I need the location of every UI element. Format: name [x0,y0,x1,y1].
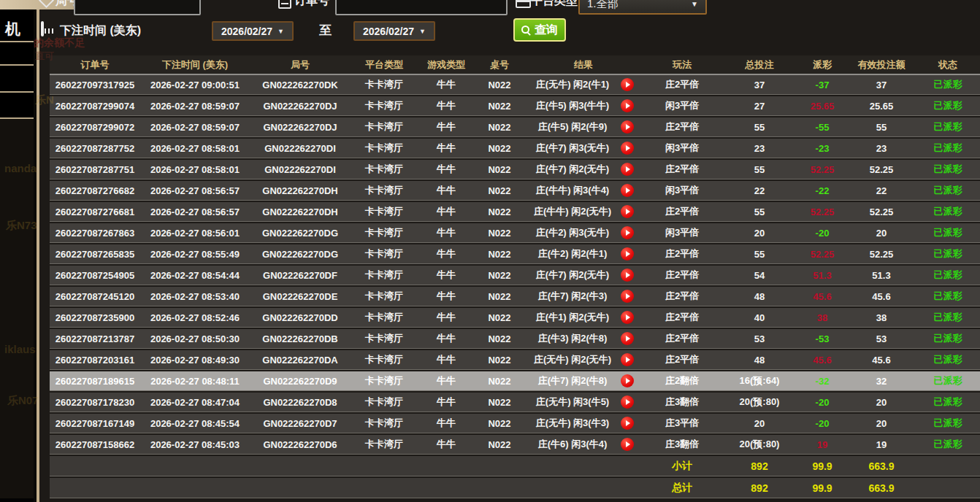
cell-status: 已派彩 [916,163,980,176]
cell-table-no: N022 [475,439,524,450]
play-replay-button[interactable] [621,226,634,239]
platform-type-select[interactable]: 1.全部 ▼ [578,0,707,15]
cell-total-bet: 55 [721,206,797,217]
table-row[interactable]: 2602270872137872026-02-27 08:50:30GN0222… [50,329,980,349]
cell-platform: 卡卡湾厅 [351,269,418,282]
table-row[interactable]: 2602270872031612026-02-27 08:49:30GN0222… [50,350,980,370]
date-from-picker[interactable]: 2026/02/27 ▼ [212,21,294,41]
cell-payout: -20 [797,418,847,429]
cell-game-type: 牛牛 [418,184,475,197]
cell-play-type: 庄2平倍 [643,78,721,91]
table-row[interactable]: 2602270872877522026-02-27 08:58:01GN0222… [50,139,980,158]
cell-result: 庄(牛1) 闲2(无牛) [524,308,643,327]
cell-game-type: 牛牛 [418,78,475,91]
play-replay-button[interactable] [621,120,634,134]
cell-result: 庄(牛7) 闲2(牛8) [524,371,643,390]
table-row[interactable]: 2602270871671492026-02-27 08:45:54GN0222… [50,414,980,433]
cell-status: 已派彩 [916,332,980,345]
cell-valid-bet: 52.25 [847,249,916,260]
date-to-picker[interactable]: 2026/02/27 ▼ [353,21,435,41]
table-row[interactable]: 2602270872990722026-02-27 08:59:07GN0222… [50,117,980,137]
table-row[interactable]: 2602270872451202026-02-27 08:53:40GN0222… [50,287,980,306]
cell-platform: 卡卡湾厅 [351,99,418,112]
cell-round-id: GN022262270DJ [250,122,351,133]
table-row[interactable]: 2602270871896152026-02-27 08:48:11GN0222… [50,371,980,391]
result-text: 庄(牛7) 闲2(牛3) [524,290,621,303]
order-id-input[interactable] [335,0,508,15]
cell-platform: 卡卡湾厅 [351,438,418,451]
cell-game-type: 牛牛 [418,142,475,155]
date-range-separator: 至 [319,22,332,39]
query-button[interactable]: 查询 [513,18,566,42]
play-replay-button[interactable] [621,374,634,387]
cell-order-id: 260227087267863 [50,228,140,239]
platform-type-label: 平台类型 [531,0,578,9]
play-replay-button[interactable] [621,353,634,366]
play-replay-button[interactable] [621,163,634,176]
cell-bet-time: 2026-02-27 08:52:46 [140,312,250,323]
play-replay-button[interactable] [621,438,634,451]
cell-platform: 卡卡湾厅 [351,184,418,197]
table-row[interactable]: 2602270871586622026-02-27 08:45:03GN0222… [50,435,980,455]
table-row[interactable]: 2602270872359002026-02-27 08:52:46GN0222… [50,308,980,328]
cell-valid-bet: 53 [847,333,916,344]
cell-valid-bet: 52.25 [847,206,916,217]
grand-total-row-valid-bet: 663.9 [847,482,916,494]
play-replay-button[interactable] [621,395,634,409]
play-replay-button[interactable] [621,142,634,155]
cell-order-id: 260227087287752 [50,143,140,154]
table-row[interactable]: 2602270872549052026-02-27 08:54:44GN0222… [50,266,980,285]
play-replay-button[interactable] [621,332,634,345]
cell-game-type: 牛牛 [418,99,475,112]
table-row[interactable]: 2602270872766822026-02-27 08:56:57GN0222… [50,181,980,201]
play-replay-button[interactable] [621,290,634,303]
table-row[interactable]: 2602270973179252026-02-27 09:00:51GN0222… [50,75,980,95]
play-replay-button[interactable] [621,417,634,430]
cell-play-type: 庄2平倍 [643,353,721,366]
play-replay-button[interactable] [621,311,634,324]
table-row[interactable]: 2602270872990742026-02-27 08:59:07GN0222… [50,96,980,116]
cell-order-id: 260227087265835 [50,249,140,260]
table-row[interactable]: 2602270871782302026-02-27 08:47:04GN0222… [50,393,980,412]
cell-platform: 卡卡湾厅 [351,417,418,430]
cell-result: 庄(无牛) 闲3(牛3) [524,414,643,433]
play-replay-button[interactable] [621,184,634,197]
table-row[interactable]: 2602270872678632026-02-27 08:56:01GN0222… [50,223,980,243]
play-replay-button[interactable] [621,269,634,282]
order-id-label: 订单号 [294,0,329,9]
play-replay-button[interactable] [621,78,634,91]
play-replay-button[interactable] [621,247,634,260]
result-text: 庄(牛7) 闲2(无牛) [524,269,621,282]
cell-total-bet: 40 [721,312,797,323]
column-header-valid-bet: 有效投注额 [847,58,916,72]
cell-platform: 卡卡湾厅 [351,247,418,260]
cell-play-type: 庄2平倍 [643,163,721,176]
cell-valid-bet: 37 [847,80,916,90]
table-row[interactable]: 2602270872766812026-02-27 08:56:57GN0222… [50,202,980,222]
result-text: 庄(牛6) 闲3(牛4) [524,438,621,451]
chevron-down-icon: ▼ [419,28,426,35]
column-header-payout: 派彩 [797,58,847,72]
cell-platform: 卡卡湾厅 [351,290,418,303]
cell-order-id: 260227087287751 [50,164,140,175]
cell-order-id: 260227087178230 [50,397,140,408]
cell-round-id: GN022262270D8 [250,397,351,408]
cell-result: 庄(牛2) 闲3(无牛) [524,223,643,242]
table-row[interactable]: 2602270872877512026-02-27 08:58:01GN0222… [50,160,980,179]
cell-game-type: 牛牛 [418,374,475,387]
cell-valid-bet: 20 [847,397,916,408]
grand-total-row: 总计89299.9663.9 [50,478,980,498]
play-replay-button[interactable] [621,205,634,218]
cell-payout: -53 [797,333,847,344]
chevron-down-icon: ▼ [277,28,284,35]
cell-platform: 卡卡湾厅 [351,78,418,91]
cell-table-no: N022 [475,164,524,175]
round-id-input[interactable] [74,0,201,15]
play-replay-button[interactable] [621,99,634,112]
cell-round-id: GN022262270DG [250,228,351,239]
cell-status: 已派彩 [916,374,980,387]
cell-platform: 卡卡湾厅 [351,205,418,218]
table-row[interactable]: 2602270872658352026-02-27 08:55:49GN0222… [50,244,980,264]
cell-payout: -32 [797,376,847,387]
cell-game-type: 牛牛 [418,353,475,366]
